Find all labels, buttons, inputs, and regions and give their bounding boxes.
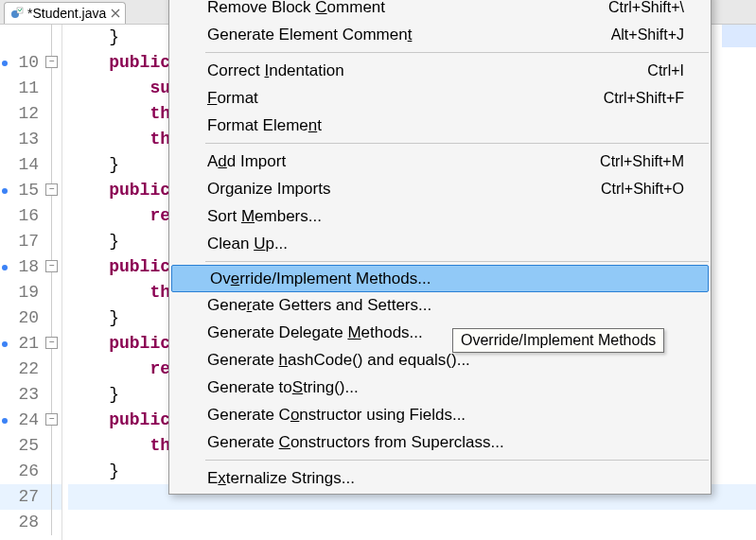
menu-item[interactable]: Externalize Strings... <box>169 464 711 492</box>
menu-shortcut: Ctrl+Shift+O <box>601 181 684 198</box>
override-marker-icon <box>2 418 8 424</box>
svg-rect-1 <box>17 8 23 13</box>
tooltip-text: Override/Implement Methods <box>461 332 656 348</box>
menu-item[interactable]: Remove Block CommentCtrl+Shift+\ <box>169 0 711 21</box>
menu-item[interactable]: Override/Implement Methods... <box>171 265 709 292</box>
gutter-line: 23 <box>0 382 62 408</box>
menu-separator <box>205 143 709 144</box>
menu-item[interactable]: Organize ImportsCtrl+Shift+O <box>169 175 711 202</box>
menu-separator <box>205 52 709 53</box>
gutter-line: 27 <box>0 484 62 510</box>
fold-icon[interactable]: − <box>45 260 58 272</box>
fold-icon[interactable]: − <box>45 413 58 426</box>
menu-label: Add Import <box>207 152 600 171</box>
context-menu: Remove Block CommentCtrl+Shift+\Generate… <box>168 0 712 495</box>
gutter-line: 14 <box>0 152 62 178</box>
menu-label: Sort Members... <box>207 207 684 226</box>
gutter-line: 21− <box>0 331 62 357</box>
menu-item[interactable]: Correct IndentationCtrl+I <box>169 57 711 84</box>
override-marker-icon <box>2 341 8 347</box>
gutter-line: 28 <box>0 510 62 535</box>
menu-separator <box>205 460 709 461</box>
menu-item[interactable]: Add ImportCtrl+Shift+M <box>169 148 711 175</box>
menu-label: Generate Constructor using Fields... <box>207 406 684 425</box>
gutter-line: 10− <box>0 50 62 76</box>
menu-label: Generate Element Comment <box>207 26 611 44</box>
menu-label: Clean Up... <box>207 235 684 253</box>
gutter-line: 18− <box>0 254 62 280</box>
gutter-line: 17 <box>0 229 62 254</box>
menu-label: Override/Implement Methods... <box>210 270 681 288</box>
menu-item[interactable]: Sort Members... <box>169 202 711 230</box>
gutter-line: 13 <box>0 127 62 152</box>
gutter-line: 16 <box>0 203 62 229</box>
gutter-line: 15− <box>0 178 62 203</box>
code-line[interactable] <box>68 510 756 535</box>
menu-item[interactable]: Generate Constructors from Superclass... <box>169 428 711 456</box>
editor-tab[interactable]: *Student.java <box>4 2 126 24</box>
fold-icon[interactable]: − <box>45 337 58 349</box>
override-marker-icon <box>2 265 8 270</box>
fold-icon[interactable]: − <box>45 56 58 68</box>
menu-separator <box>205 261 709 262</box>
gutter-line: 12 <box>0 101 62 127</box>
menu-item[interactable]: Generate Constructor using Fields... <box>169 401 711 428</box>
menu-shortcut: Ctrl+I <box>647 62 684 79</box>
gutter-line: 25 <box>0 433 62 459</box>
fold-icon[interactable]: − <box>45 183 58 196</box>
menu-shortcut: Ctrl+Shift+M <box>600 153 684 170</box>
line-gutter: 10−1112131415−161718−192021−222324−25262… <box>0 25 62 540</box>
menu-label: Organize Imports <box>207 180 601 199</box>
gutter-line: 19 <box>0 280 62 305</box>
menu-label: Generate hashCode() and equals()... <box>207 351 684 370</box>
menu-label: Generate Getters and Setters... <box>207 296 684 315</box>
menu-label: Correct Indentation <box>207 61 647 80</box>
menu-item[interactable]: Generate toString()... <box>169 374 711 401</box>
gutter-line: 26 <box>0 459 62 484</box>
menu-label: Remove Block Comment <box>207 0 608 17</box>
gutter-line <box>0 25 62 50</box>
gutter-line: 20 <box>0 305 62 331</box>
gutter-line: 24− <box>0 408 62 433</box>
close-icon[interactable] <box>110 8 121 19</box>
menu-item[interactable]: Clean Up... <box>169 230 711 257</box>
menu-label: Format Element <box>207 116 684 135</box>
tab-title: *Student.java <box>27 6 106 21</box>
override-marker-icon <box>2 61 8 66</box>
menu-label: Generate toString()... <box>207 378 684 397</box>
menu-item[interactable]: Generate Getters and Setters... <box>169 291 711 319</box>
java-file-icon <box>10 7 24 20</box>
gutter-line: 22 <box>0 357 62 382</box>
override-marker-icon <box>2 188 8 194</box>
menu-item[interactable]: Generate Element CommentAlt+Shift+J <box>169 21 711 48</box>
menu-shortcut: Alt+Shift+J <box>611 26 684 44</box>
tooltip: Override/Implement Methods <box>452 328 664 353</box>
menu-label: Generate Constructors from Superclass... <box>207 433 684 452</box>
gutter-line: 11 <box>0 76 62 101</box>
menu-label: Externalize Strings... <box>207 469 684 488</box>
menu-shortcut: Ctrl+Shift+\ <box>608 0 684 16</box>
menu-item[interactable]: FormatCtrl+Shift+F <box>169 84 711 112</box>
menu-label: Format <box>207 89 604 108</box>
menu-item[interactable]: Format Element <box>169 112 711 139</box>
menu-shortcut: Ctrl+Shift+F <box>604 90 684 107</box>
